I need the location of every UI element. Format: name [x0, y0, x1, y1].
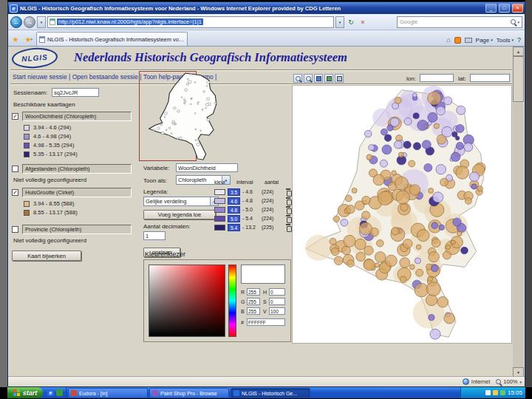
layer-woondichtheid-checkbox[interactable]: [12, 113, 18, 120]
layer-huisgrootte[interactable]: HuisGrootte (Cirkel): [22, 188, 132, 197]
legend-row-bound[interactable]: 3.5: [228, 188, 240, 196]
home-icon[interactable]: ⌂: [446, 36, 450, 44]
tray-icon[interactable]: [493, 390, 498, 395]
taskbar-item-nlgis[interactable]: NLGIS - Historisch Ge...: [231, 388, 310, 398]
windows-flag-icon: [13, 389, 16, 392]
legend-row-bound[interactable]: 5.0: [228, 215, 240, 222]
close-button[interactable]: ×: [512, 4, 523, 13]
slide-edge-left: [0, 0, 7, 387]
forward-button[interactable]: →: [24, 16, 35, 28]
legend-swatch: [24, 210, 30, 216]
tray-icon[interactable]: [500, 390, 505, 395]
zoom-control[interactable]: 100%▾: [496, 378, 522, 385]
legend-row-swatch: [214, 216, 225, 222]
distribution-select[interactable]: Gelijke verdeling▾: [143, 197, 219, 206]
vertical-scrollbar[interactable]: ▲ ▼: [513, 47, 524, 377]
layer-provincie-checkbox[interactable]: [12, 226, 18, 233]
tray-icon[interactable]: [485, 390, 491, 395]
add-favorite-icon[interactable]: ★+: [23, 33, 35, 46]
tools-menu[interactable]: Tools▾: [497, 37, 514, 44]
add-legend-button[interactable]: Voeg legenda toe: [143, 210, 216, 219]
delete-legend-row-icon[interactable]: [285, 224, 291, 231]
ie-quicklaunch-icon[interactable]: e: [47, 389, 54, 396]
green-field[interactable]: 255: [247, 298, 260, 305]
legend-row-bound[interactable]: 4.8: [228, 206, 240, 214]
decimals-label: Aantal decimalen:: [143, 223, 191, 230]
decimals-field[interactable]: 1: [143, 231, 166, 240]
help-icon[interactable]: ?: [517, 36, 521, 44]
lon-field[interactable]: [420, 74, 454, 82]
delete-legend-row-icon[interactable]: [285, 197, 291, 205]
pan-icon[interactable]: [324, 74, 333, 83]
stop-icon[interactable]: ×: [358, 16, 368, 28]
lat-label: lat:: [458, 75, 466, 82]
variable-value-field[interactable]: WoonDichtheid: [176, 163, 238, 172]
legend-row-swatch: [214, 225, 225, 231]
red-field[interactable]: 255: [247, 288, 260, 296]
taskbar-item-eudora[interactable]: Eudora - [In]: [68, 388, 148, 398]
blue-field[interactable]: 255: [247, 307, 260, 315]
nav-open-bestaande-sessie[interactable]: Open bestaande sessie: [72, 73, 143, 81]
layer-woondichtheid[interactable]: WoonDichtheid (Chloropleth): [22, 112, 132, 121]
magnifier-minus-glyph: [306, 76, 311, 81]
zoom-out-icon[interactable]: [304, 74, 313, 83]
page-menu[interactable]: Page▾: [476, 37, 493, 44]
nav-start-nieuwe-sessie[interactable]: Start nieuwe sessie: [13, 73, 72, 81]
session-value-field[interactable]: sq2JvcJR: [52, 88, 99, 97]
layer-afgestanden-checkbox[interactable]: [12, 166, 18, 172]
rss-feed-icon[interactable]: [454, 37, 461, 44]
netherlands-choropleth-map[interactable]: [292, 85, 512, 344]
saturation-value-square[interactable]: [149, 265, 225, 337]
color-picker-title: Kleurenkiezer: [145, 250, 185, 258]
update-map-button[interactable]: Kaart bijwerken: [12, 250, 81, 261]
legend-label: 3.94 - 8.55 (588): [33, 200, 74, 207]
layer-huisgrootte-checkbox[interactable]: [12, 189, 18, 196]
history-dropdown-icon[interactable]: ▾: [37, 16, 46, 28]
hue-field[interactable]: 0: [269, 288, 285, 296]
url-dropdown-icon[interactable]: ▾: [335, 16, 344, 28]
favorites-star-icon[interactable]: ★: [10, 33, 21, 46]
scroll-up-icon[interactable]: ▲: [513, 47, 524, 56]
zoom-full-extent-icon[interactable]: [314, 74, 323, 83]
zoom-in-icon[interactable]: [293, 74, 302, 83]
paintshoppro-icon: [152, 390, 158, 396]
value-label: V: [263, 309, 267, 314]
hex-field[interactable]: FFFFFF: [247, 318, 285, 326]
window-titlebar[interactable]: e NLGIS - Historisch Geografisch Informa…: [8, 2, 525, 14]
search-box[interactable]: Google ▾: [397, 16, 522, 28]
url-text: http://p012.niwi.knaw.nl:2000/hgis/app?n…: [57, 18, 203, 25]
browser-tab[interactable]: NLGIS - Historisch Geografisch Informati…: [36, 32, 188, 46]
scrollbar-thumb[interactable]: [513, 56, 524, 102]
print-icon[interactable]: [465, 38, 472, 43]
lat-field[interactable]: [470, 74, 510, 82]
legend-table: kleur interval aantal 3.5 4.6 (224) 4.6 …: [214, 180, 294, 236]
search-dropdown-icon[interactable]: ▾: [517, 20, 519, 24]
ie-window-icon: e: [10, 4, 18, 13]
layer-afgestanden[interactable]: Afgestanden (Chloropleth): [22, 164, 132, 174]
info-icon[interactable]: [335, 74, 344, 83]
delete-legend-row-icon[interactable]: [285, 215, 291, 222]
netherlands-thumbnail-map[interactable]: [144, 72, 227, 162]
quicklaunch-icon[interactable]: [56, 389, 63, 396]
start-button[interactable]: start: [7, 387, 43, 398]
hex-label: #: [241, 320, 244, 325]
delete-legend-row-icon[interactable]: [285, 206, 291, 214]
zoom-level: 100%: [503, 378, 517, 385]
url-field[interactable]: http://p012.niwi.knaw.nl:2000/hgis/app?n…: [47, 16, 334, 28]
back-button[interactable]: ←: [10, 16, 22, 28]
layer-provincie[interactable]: Provincie (Chloropleth): [22, 225, 132, 234]
legend-row-bound[interactable]: 5.4: [228, 224, 240, 231]
search-icon[interactable]: [511, 19, 516, 24]
legend-label: 4.6 - 4.98 (294): [33, 133, 71, 140]
saturation-field[interactable]: 0: [269, 298, 285, 305]
minimize-button[interactable]: _: [485, 4, 497, 13]
refresh-icon[interactable]: ↻: [346, 16, 356, 28]
taskbar-item-paintshoppro[interactable]: Paint Shop Pro - Browse: [149, 388, 229, 398]
delete-legend-row-icon[interactable]: [285, 188, 291, 196]
legend-row-count: (224): [262, 216, 273, 221]
legend-row-bound[interactable]: 4.6: [228, 197, 240, 205]
status-bar: Internet 100%▾: [8, 376, 525, 386]
value-field[interactable]: 100: [269, 307, 285, 315]
hue-slider[interactable]: [228, 265, 236, 337]
maximize-button[interactable]: □: [499, 4, 510, 13]
